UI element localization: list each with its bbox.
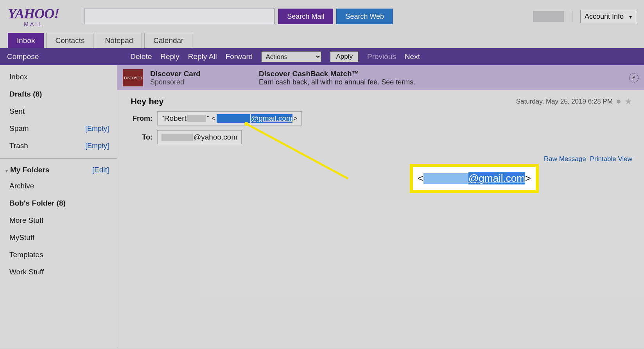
folder-item-label: More Stuff	[9, 216, 43, 225]
from-name-prefix: "Robert	[161, 114, 187, 123]
discover-logo-icon: DISCOVER	[123, 69, 143, 86]
callout-redacted	[423, 173, 468, 184]
sponsor-desc: Earn cash back, all with no annual fee. …	[259, 78, 415, 86]
sidebar: InboxDrafts (8)SentSpam[Empty]Trash[Empt…	[0, 65, 117, 348]
empty-folder-link[interactable]: [Empty]	[85, 142, 109, 150]
message-date: Saturday, May 25, 2019 6:28 PM	[516, 98, 613, 106]
read-status-dot-icon	[617, 100, 621, 104]
delete-button[interactable]: Delete	[130, 52, 152, 61]
sidebar-item-spam[interactable]: Spam[Empty]	[0, 120, 117, 137]
folder-item[interactable]: Bob's Folder (8)	[0, 195, 117, 212]
reply-all-button[interactable]: Reply All	[188, 52, 217, 61]
folder-item-label: Work Stuff	[9, 268, 44, 276]
message-header: Hey hey Saturday, May 25, 2019 6:28 PM ★…	[117, 90, 644, 148]
folder-item-label: Templates	[9, 251, 43, 259]
from-field[interactable]: "Robert " < @gmail.com >	[157, 111, 302, 125]
sponsored-ad-bar[interactable]: DISCOVER Discover Card Sponsored Discove…	[117, 65, 644, 90]
content-area: DISCOVER Discover Card Sponsored Discove…	[117, 65, 644, 348]
account-info-dropdown[interactable]: Account Info	[580, 10, 636, 23]
tab-calendar[interactable]: Calendar	[144, 33, 192, 48]
to-domain: @yahoo.com	[194, 133, 237, 141]
from-label: From:	[131, 115, 152, 123]
folder-item-label: Bob's Folder (8)	[9, 199, 66, 208]
sidebar-item-trash[interactable]: Trash[Empty]	[0, 137, 117, 154]
ad-choices-icon[interactable]: $	[629, 73, 639, 82]
next-button[interactable]: Next	[405, 52, 420, 61]
folder-item[interactable]: Work Stuff	[0, 263, 117, 281]
logo-bottom-text: MAIL	[24, 21, 43, 27]
folder-item-label: MyStuff	[9, 233, 34, 242]
redacted-email-prefix	[217, 114, 250, 123]
empty-folder-link[interactable]: [Empty]	[85, 125, 109, 133]
sidebar-item-label: Spam	[9, 124, 29, 133]
search-mail-button[interactable]: Search Mail	[278, 9, 333, 24]
callout-domain: @gmail.com	[468, 172, 525, 184]
folder-item[interactable]: More Stuff	[0, 212, 117, 229]
message-subject: Hey hey	[131, 97, 163, 107]
raw-message-link[interactable]: Raw Message	[544, 155, 586, 163]
logo-top-text: YAHOO!	[8, 5, 59, 22]
action-toolbar: Compose Delete Reply Reply All Forward A…	[0, 48, 644, 65]
sidebar-item-label: Sent	[9, 107, 25, 116]
my-folders-header[interactable]: My Folders [Edit]	[0, 163, 117, 177]
sidebar-item-label: Drafts (8)	[9, 90, 42, 98]
sponsor-title: Discover Card	[150, 70, 252, 78]
star-icon[interactable]: ★	[624, 97, 632, 107]
compose-button[interactable]: Compose	[7, 52, 39, 61]
account-info-label: Account Info	[585, 13, 624, 21]
from-email-domain: @gmail.com	[251, 114, 292, 123]
divider	[572, 11, 572, 22]
forward-button[interactable]: Forward	[226, 52, 253, 61]
actions-dropdown[interactable]: Actions	[261, 51, 321, 62]
callout-open-bracket: <	[418, 172, 423, 184]
search-input[interactable]	[84, 9, 275, 24]
sidebar-item-label: Trash	[9, 141, 28, 150]
tab-contacts[interactable]: Contacts	[46, 33, 93, 48]
search-web-button[interactable]: Search Web	[336, 9, 393, 24]
collapse-icon	[5, 166, 10, 174]
to-field[interactable]: @yahoo.com	[157, 130, 242, 144]
folder-item[interactable]: Templates	[0, 246, 117, 263]
callout-close-bracket: >	[525, 172, 531, 184]
header-bar: YAHOO! MAIL Search Mail Search Web Accou…	[0, 0, 644, 33]
redacted-to-prefix	[161, 134, 193, 141]
yahoo-mail-logo[interactable]: YAHOO! MAIL	[8, 5, 59, 27]
previous-button[interactable]: Previous	[367, 52, 396, 61]
printable-view-link[interactable]: Printable View	[590, 155, 632, 163]
user-avatar-placeholder	[533, 11, 564, 22]
message-links: Raw Message Printable View	[117, 148, 644, 163]
folder-item[interactable]: Archive	[0, 177, 117, 195]
sidebar-item-label: Inbox	[9, 73, 27, 81]
chevron-down-icon	[629, 13, 632, 21]
tab-notepad[interactable]: Notepad	[96, 33, 142, 48]
sidebar-item-sent[interactable]: Sent	[0, 103, 117, 120]
from-bracket-open: " <	[207, 114, 216, 123]
to-label: To:	[131, 133, 152, 141]
sidebar-item-drafts[interactable]: Drafts (8)	[0, 86, 117, 103]
sponsor-sub: Sponsored	[150, 78, 252, 86]
tab-inbox[interactable]: Inbox	[8, 33, 44, 48]
sponsor-headline: Discover CashBack Match™	[259, 70, 415, 78]
apply-button[interactable]: Apply	[330, 51, 359, 62]
folder-item[interactable]: MyStuff	[0, 229, 117, 246]
my-folders-title: My Folders	[10, 166, 49, 174]
edit-folders-link[interactable]: [Edit]	[92, 166, 109, 174]
main-tabs: InboxContactsNotepadCalendar	[8, 33, 644, 48]
reply-button[interactable]: Reply	[160, 52, 179, 61]
folder-item-label: Archive	[9, 182, 34, 190]
from-bracket-close: >	[293, 114, 298, 123]
email-zoom-callout: < @gmail.com >	[410, 164, 539, 193]
sidebar-item-inbox[interactable]: Inbox	[0, 68, 117, 86]
redacted-name	[187, 115, 206, 122]
